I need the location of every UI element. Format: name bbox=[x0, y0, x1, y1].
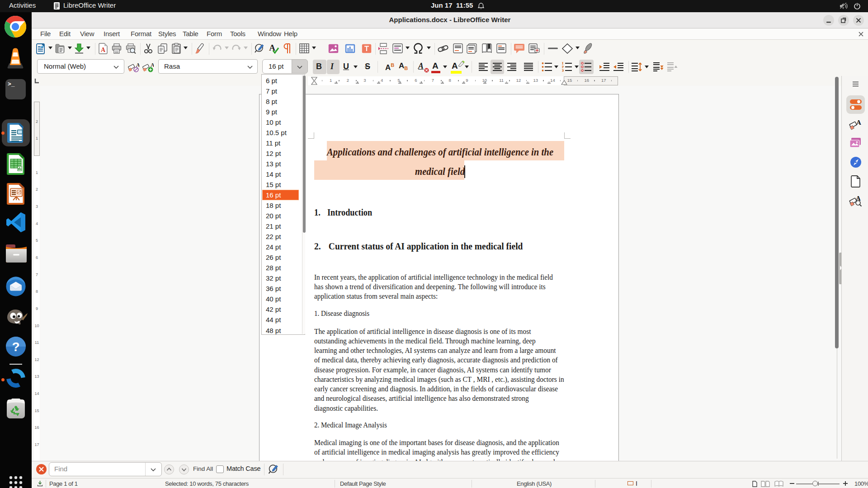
svg-text:A: A bbox=[856, 119, 861, 126]
svg-text:A: A bbox=[101, 47, 106, 53]
svg-text:>_: >_ bbox=[8, 81, 15, 88]
svg-text:A: A bbox=[269, 43, 275, 52]
svg-text:?: ? bbox=[12, 340, 19, 354]
